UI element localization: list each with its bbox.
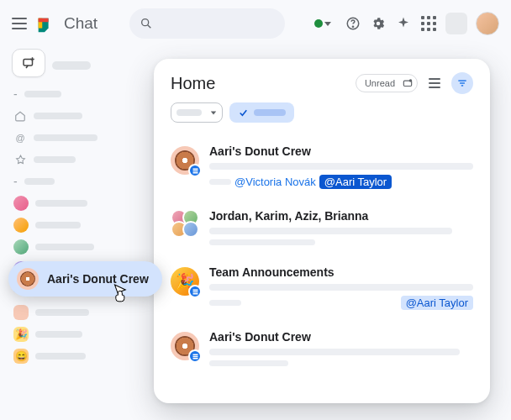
contact-avatar [13,218,29,233]
filter-icon [456,77,468,89]
search-input[interactable] [129,8,285,39]
sidebar-chat-item[interactable] [13,239,136,255]
space-badge-icon [188,164,202,177]
mention-icon: @ [13,131,27,144]
tooltip-title: Aari's Donut Crew [47,272,149,286]
star-icon [13,153,27,166]
space-avatar: 😄 [13,349,29,364]
mention-link[interactable]: @Victoria Novák [234,176,316,188]
new-chat-button[interactable] [12,49,45,77]
sidebar-space-item[interactable] [13,304,136,321]
unread-icon [400,76,415,91]
svg-point-3 [352,26,353,27]
unread-toggle[interactable]: Unread [356,74,418,92]
donut-icon [20,271,35,286]
svg-point-0 [142,19,149,26]
sidebar-section[interactable]: - [13,86,136,102]
search-icon [140,17,153,30]
message-preview-placeholder [209,228,452,234]
compose-label-placeholder [52,61,91,70]
conversation-item[interactable]: Aari's Donut Crew [171,322,473,368]
top-bar: Chat [0,0,511,47]
message-preview-placeholder [209,360,288,366]
account-org-chip[interactable] [445,13,467,34]
group-avatar [171,209,199,238]
sidebar-item-mentions[interactable]: @ [13,129,136,146]
sidebar: - @ - - 🎉 😄 [8,47,141,420]
gear-icon[interactable] [370,15,387,32]
app-title: Chat [64,14,97,33]
check-icon [238,108,249,118]
message-preview-placeholder [209,239,315,245]
contact-avatar [13,196,29,211]
message-preview-placeholder [209,349,460,355]
sidebar-chat-item[interactable] [13,217,136,234]
space-avatar [17,268,39,290]
filter-button[interactable] [451,72,473,94]
space-avatar: 🎉 [13,327,29,342]
conversation-title: Aari's Donut Crew [209,144,473,158]
user-avatar[interactable] [476,12,499,35]
mentions-row: @Aari Taylor [209,296,473,310]
view-options-icon[interactable] [426,75,443,92]
chevron-down-icon [211,111,216,114]
help-icon[interactable] [345,15,361,32]
sidebar-space-item[interactable]: 😄 [13,348,136,365]
space-avatar: 🎉 [171,267,199,296]
active-status-icon [314,19,323,28]
mentions-row: @Victoria Novák @Aari Taylor [209,175,473,189]
status-indicator[interactable] [314,19,331,28]
conversation-item[interactable]: Aari's Donut Crew @Victoria Novák @Aari … [171,136,473,201]
space-avatar [171,146,199,175]
svg-point-6 [409,79,413,82]
contact-avatar [13,239,29,255]
panel-title: Home [171,74,215,93]
menu-icon[interactable] [12,18,27,29]
home-icon [13,109,27,123]
sidebar-section[interactable]: - [13,173,136,190]
conversation-item[interactable]: 🎉 Team Announcements @Aari Taylor [171,257,473,322]
sidebar-space-item[interactable]: 🎉 [13,326,136,343]
sidebar-chat-item[interactable] [13,195,136,212]
svg-line-1 [148,25,151,29]
chevron-down-icon [324,22,331,26]
space-avatar [171,332,199,360]
space-badge-icon [188,349,202,363]
space-badge-icon [188,285,202,298]
conversation-title: Jordan, Karim, Aziz, Brianna [209,209,473,223]
sparkle-icon[interactable] [395,15,412,32]
conversation-title: Team Announcements [209,265,473,279]
svg-rect-4 [24,60,33,66]
mention-chip[interactable]: @Aari Taylor [319,175,392,189]
space-avatar [13,305,29,320]
apps-icon[interactable] [420,15,437,32]
filter-chip-selected[interactable] [229,102,294,123]
conversation-item[interactable]: Jordan, Karim, Aziz, Brianna [171,201,473,257]
chat-logo-icon [35,15,52,32]
conversation-title: Aari's Donut Crew [209,330,473,344]
cursor-icon [111,282,128,302]
message-preview-placeholder [209,284,473,291]
mention-chip[interactable]: @Aari Taylor [401,296,473,310]
filter-dropdown[interactable] [171,102,223,123]
sidebar-item-starred[interactable] [13,151,136,168]
message-preview-placeholder [209,163,473,170]
hover-tooltip[interactable]: Aari's Donut Crew [8,261,162,297]
compose-icon [21,55,36,71]
unread-label: Unread [365,78,395,88]
home-panel: Home Unread Aari's Donut Crew [154,59,490,403]
sidebar-item-home[interactable] [13,108,136,124]
